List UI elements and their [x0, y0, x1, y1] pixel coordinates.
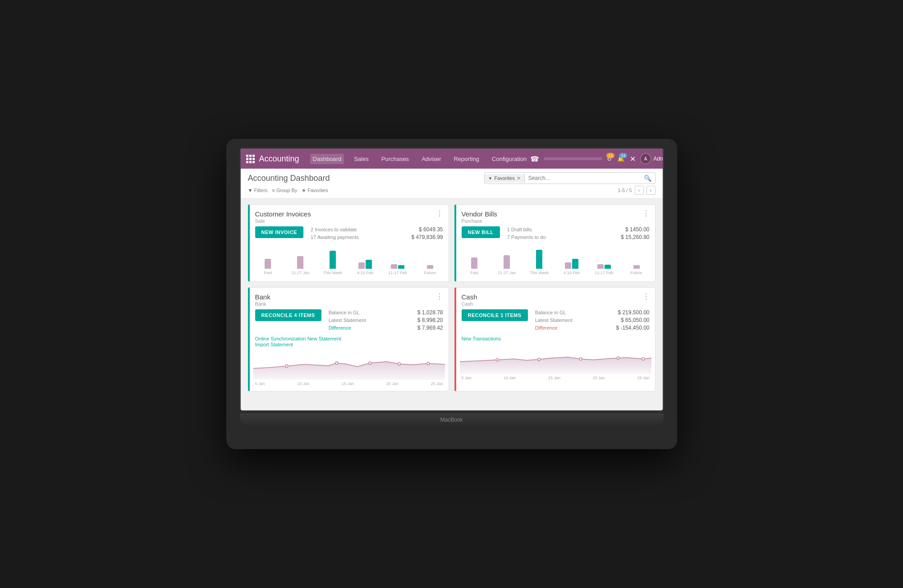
- vb-bar-thisweek-teal: [536, 250, 542, 269]
- pagination-next[interactable]: ›: [646, 186, 655, 195]
- vendor-bills-action: NEW BILL: [462, 226, 500, 238]
- cash-stat-gl: Balance in GL $ 219,500.00: [535, 309, 650, 316]
- vb-bar-thisweek: [524, 246, 554, 269]
- bank-label-15jan: 15 Jan: [342, 381, 354, 386]
- cash-chart-svg: [460, 345, 651, 374]
- new-bill-button[interactable]: NEW BILL: [462, 226, 500, 238]
- filter-tag-label: Favorites: [494, 175, 514, 181]
- cash-label-10jan: 10 Jan: [504, 376, 516, 380]
- user-avatar[interactable]: A Administrator: [640, 153, 663, 164]
- nav-reporting[interactable]: Reporting: [451, 154, 481, 164]
- navbar: Accounting Dashboard Sales Purchases Adv…: [241, 149, 663, 169]
- vb-bar-4feb: [557, 246, 587, 269]
- cash-new-transactions-link[interactable]: New Transactions: [462, 336, 650, 341]
- favorites-label: Favorites: [307, 188, 328, 193]
- bell-icon[interactable]: 🔔 24: [616, 155, 625, 163]
- vb-bar-future: [622, 246, 651, 269]
- cash-line-chart: 5 Jan 10 Jan 15 Jan 20 Jan 25 Jan: [456, 345, 655, 385]
- vendor-bills-header: Vendor Bills Purchase ⋮: [456, 205, 655, 226]
- customer-invoices-stats: 2 Invoices to validate $ 6049.35 17 Awai…: [311, 226, 443, 242]
- group-by-btn[interactable]: ≡ Group By: [272, 187, 297, 194]
- bank-gl-value: $ 1,028.78: [417, 309, 443, 316]
- cash-title-area: Cash Cash: [462, 293, 477, 307]
- bank-label-5jan: 5 Jan: [255, 381, 265, 386]
- notification-badge-2: 24: [619, 153, 627, 158]
- customer-invoices-chart: Past 21-27 Jan This Week 4-10 Feb 11-17 …: [250, 245, 449, 281]
- bank-action: RECONCILE 4 ITEMS: [255, 309, 321, 321]
- new-invoice-button[interactable]: NEW INVOICE: [255, 226, 303, 238]
- bank-diff-value: $ 7,969.42: [417, 325, 443, 331]
- bank-sync-link[interactable]: Online Synchronization New Statement: [255, 336, 443, 341]
- bank-diff-label: Difference: [329, 325, 351, 331]
- bank-import-link[interactable]: Import Statement: [255, 342, 443, 347]
- vb-bar-past-purple: [471, 257, 477, 269]
- page-header: Accounting Dashboard ▼ Favorites ✕ 🔍: [241, 169, 663, 199]
- cash-stat-stmt: Latest Statement $ 65,050.00: [535, 317, 650, 323]
- cash-chart-dot-4: [617, 357, 619, 359]
- customer-invoices-title: Customer Invoices: [255, 210, 311, 218]
- vb-stat-row-1: 1 Draft bills $ 1450.00: [507, 226, 650, 233]
- favorites-btn[interactable]: ★ Favorites: [302, 187, 328, 194]
- ci-bar-4feb-teal: [366, 260, 372, 269]
- filters-btn[interactable]: ▼ Filters: [248, 187, 268, 194]
- close-icon[interactable]: ✕: [629, 154, 637, 164]
- cash-body: RECONCILE 1 ITEMS Balance in GL $ 219,50…: [456, 309, 655, 336]
- ci-label-thisweek: This Week: [318, 271, 348, 275]
- search-input[interactable]: [525, 173, 640, 183]
- ci-label-jan: 21-27 Jan: [285, 271, 315, 275]
- cash-label-25jan: 25 Jan: [637, 376, 649, 380]
- nav-menu: Dashboard Sales Purchases Adviser Report…: [310, 154, 530, 164]
- grid-icon[interactable]: [246, 155, 255, 163]
- nav-dashboard[interactable]: Dashboard: [310, 154, 344, 164]
- funnel-icon: ▼: [488, 176, 493, 181]
- bank-label-20jan: 20 Jan: [386, 381, 399, 386]
- filter-remove-icon[interactable]: ✕: [517, 175, 521, 181]
- ci-bar-11feb: [383, 246, 413, 269]
- laptop-brand: MacBook: [440, 417, 463, 423]
- bank-menu[interactable]: ⋮: [436, 293, 443, 300]
- search-button[interactable]: 🔍: [640, 173, 655, 184]
- vendor-bills-chart: Past 21-27 Jan This Week 4-10 Feb 11-17 …: [456, 245, 655, 281]
- bank-card: Bank Bank ⋮ RECONCILE 4 ITEMS Balance in…: [248, 287, 449, 391]
- cash-chart-dot-1: [496, 358, 499, 361]
- cash-chart-dot-5: [642, 358, 644, 360]
- star-icon: ★: [302, 188, 306, 193]
- vendor-bills-menu[interactable]: ⋮: [642, 210, 650, 217]
- bank-stat-stmt: Latest Statement $ 8,998.20: [329, 317, 443, 323]
- cash-chart-dot-3: [579, 358, 582, 360]
- phone-icon[interactable]: ☎: [529, 154, 540, 164]
- nav-purchases[interactable]: Purchases: [379, 154, 412, 164]
- ci-bar-jan-purple: [297, 256, 303, 269]
- cash-menu[interactable]: ⋮: [642, 293, 650, 300]
- cash-stats: Balance in GL $ 219,500.00 Latest Statem…: [535, 309, 650, 332]
- cash-chart-labels: 5 Jan 10 Jan 15 Jan 20 Jan 25 Jan: [460, 376, 651, 380]
- username: Administrator: [653, 156, 663, 162]
- vb-bar-past: [460, 246, 490, 269]
- nav-sales[interactable]: Sales: [351, 154, 371, 164]
- ci-stat2-label: 17 Awaiting payments: [311, 234, 359, 240]
- cash-reconcile-button[interactable]: RECONCILE 1 ITEMS: [462, 309, 528, 321]
- customer-invoices-menu[interactable]: ⋮: [436, 210, 443, 217]
- ci-bar-past: [253, 246, 283, 269]
- cash-diff-label: Difference: [535, 325, 558, 331]
- ci-stat1-label: 2 Invoices to validate: [311, 227, 357, 232]
- vendor-bills-title-area: Vendor Bills Purchase: [462, 210, 497, 224]
- vb-stat2-label: 7 Payments to do: [507, 234, 546, 240]
- bank-reconcile-button[interactable]: RECONCILE 4 ITEMS: [255, 309, 321, 321]
- refresh-icon[interactable]: ↻ 11: [606, 155, 613, 163]
- nav-configuration[interactable]: Configuration: [489, 154, 529, 164]
- vb-stat-row-2: 7 Payments to do $ 15,260.80: [507, 234, 650, 240]
- vb-bar-11feb: [589, 246, 619, 269]
- bank-title: Bank: [255, 293, 270, 301]
- nav-adviser[interactable]: Adviser: [419, 154, 444, 164]
- ci-label-11feb: 11-17 Feb: [383, 271, 413, 275]
- ci-bar-past-purple: [265, 259, 271, 269]
- nav-right: ☎ ↻ 11 🔔 24 ✕ A Administrator: [529, 153, 663, 164]
- bank-stmt-value: $ 8,998.20: [417, 317, 443, 323]
- vendor-bills-card: Vendor Bills Purchase ⋮ NEW BILL 1 Draft…: [454, 204, 655, 282]
- ci-label-future: Future: [415, 271, 445, 275]
- pagination-prev[interactable]: ‹: [635, 186, 644, 195]
- bank-chart-dot-3: [368, 362, 371, 364]
- bank-label-10jan: 10 Jan: [297, 381, 309, 386]
- bank-line-chart: 5 Jan 10 Jan 15 Jan 20 Jan 25 Jan: [250, 350, 449, 391]
